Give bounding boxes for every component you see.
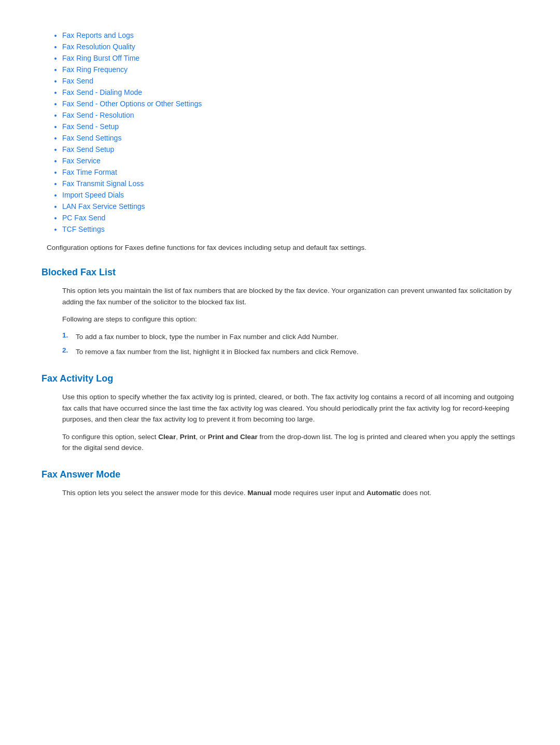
step-1-bold1: Fax number: [229, 333, 267, 341]
step-2-num: 2.: [62, 346, 72, 354]
link-lan-fax-service-settings[interactable]: LAN Fax Service Settings: [62, 202, 145, 210]
activity-log-print: Print: [180, 433, 196, 441]
activity-log-print-and-clear: Print and Clear: [208, 433, 258, 441]
blocked-fax-steps-intro: Following are steps to configure this op…: [62, 314, 519, 325]
link-fax-send[interactable]: Fax Send: [62, 77, 93, 85]
fax-answer-manual: Manual: [247, 489, 272, 497]
list-item[interactable]: Import Speed Dials: [62, 191, 519, 199]
list-item[interactable]: Fax Send - Setup: [62, 122, 519, 131]
link-list: Fax Reports and Logs Fax Resolution Qual…: [41, 31, 519, 233]
step-1-bold2: Add Number: [298, 333, 337, 341]
section-fax-answer-mode: This option lets you select the answer m…: [41, 487, 519, 499]
link-fax-send-setup-2[interactable]: Fax Send Setup: [62, 145, 114, 153]
link-fax-send-settings[interactable]: Fax Send Settings: [62, 134, 121, 142]
link-pc-fax-send[interactable]: PC Fax Send: [62, 214, 105, 222]
list-item[interactable]: Fax Ring Frequency: [62, 65, 519, 74]
list-item[interactable]: Fax Send: [62, 77, 519, 85]
list-item[interactable]: Fax Ring Burst Off Time: [62, 54, 519, 62]
section-fax-activity-log: Use this option to specify whether the f…: [41, 391, 519, 454]
link-fax-send-dialing-mode[interactable]: Fax Send - Dialing Mode: [62, 88, 142, 96]
step-2-text: To remove a fax number from the list, hi…: [76, 346, 359, 358]
activity-log-clear: Clear: [158, 433, 176, 441]
fax-answer-para: This option lets you select the answer m…: [62, 487, 519, 499]
list-item[interactable]: Fax Service: [62, 157, 519, 165]
step-1-num: 1.: [62, 331, 72, 339]
blocked-fax-para-1: This option lets you maintain the list o…: [62, 285, 519, 307]
link-fax-service[interactable]: Fax Service: [62, 157, 101, 165]
activity-log-para-1: Use this option to specify whether the f…: [62, 391, 519, 425]
link-fax-ring-burst-off-time[interactable]: Fax Ring Burst Off Time: [62, 54, 139, 62]
link-fax-send-setup-1[interactable]: Fax Send - Setup: [62, 122, 119, 131]
link-fax-reports-and-logs[interactable]: Fax Reports and Logs: [62, 31, 134, 39]
link-fax-time-format[interactable]: Fax Time Format: [62, 168, 117, 176]
list-item[interactable]: Fax Send - Other Options or Other Settin…: [62, 100, 519, 108]
link-fax-transmit-signal-loss[interactable]: Fax Transmit Signal Loss: [62, 179, 144, 188]
list-item[interactable]: Fax Time Format: [62, 168, 519, 176]
list-item[interactable]: LAN Fax Service Settings: [62, 202, 519, 210]
step-1: 1. To add a fax number to block, type th…: [62, 331, 519, 343]
link-tcf-settings[interactable]: TCF Settings: [62, 225, 105, 233]
link-fax-send-resolution[interactable]: Fax Send - Resolution: [62, 111, 134, 119]
step-1-text: To add a fax number to block, type the n…: [76, 331, 339, 343]
section-heading-fax-answer-mode: Fax Answer Mode: [41, 469, 519, 480]
activity-log-para-2: To configure this option, select Clear, …: [62, 431, 519, 454]
step-2-bold1: Blocked fax numbers: [234, 348, 299, 356]
list-item[interactable]: Fax Resolution Quality: [62, 43, 519, 51]
list-item[interactable]: Fax Send - Resolution: [62, 111, 519, 119]
section-heading-blocked-fax-list: Blocked Fax List: [41, 267, 519, 278]
link-fax-ring-frequency[interactable]: Fax Ring Frequency: [62, 65, 128, 74]
link-import-speed-dials[interactable]: Import Speed Dials: [62, 191, 124, 199]
fax-answer-automatic: Automatic: [367, 489, 401, 497]
step-2: 2. To remove a fax number from the list,…: [62, 346, 519, 358]
section-heading-fax-activity-log: Fax Activity Log: [41, 373, 519, 384]
blocked-fax-steps: 1. To add a fax number to block, type th…: [62, 331, 519, 358]
link-fax-resolution-quality[interactable]: Fax Resolution Quality: [62, 43, 135, 51]
step-2-bold2: Remove: [330, 348, 356, 356]
config-note: Configuration options for Faxes define f…: [41, 244, 519, 251]
list-item[interactable]: Fax Send - Dialing Mode: [62, 88, 519, 96]
section-blocked-fax-list: This option lets you maintain the list o…: [41, 285, 519, 358]
link-fax-send-other-options[interactable]: Fax Send - Other Options or Other Settin…: [62, 100, 202, 108]
list-item[interactable]: Fax Transmit Signal Loss: [62, 179, 519, 188]
list-item[interactable]: PC Fax Send: [62, 214, 519, 222]
list-item[interactable]: TCF Settings: [62, 225, 519, 233]
list-item[interactable]: Fax Send Settings: [62, 134, 519, 142]
list-item[interactable]: Fax Reports and Logs: [62, 31, 519, 39]
list-item[interactable]: Fax Send Setup: [62, 145, 519, 153]
